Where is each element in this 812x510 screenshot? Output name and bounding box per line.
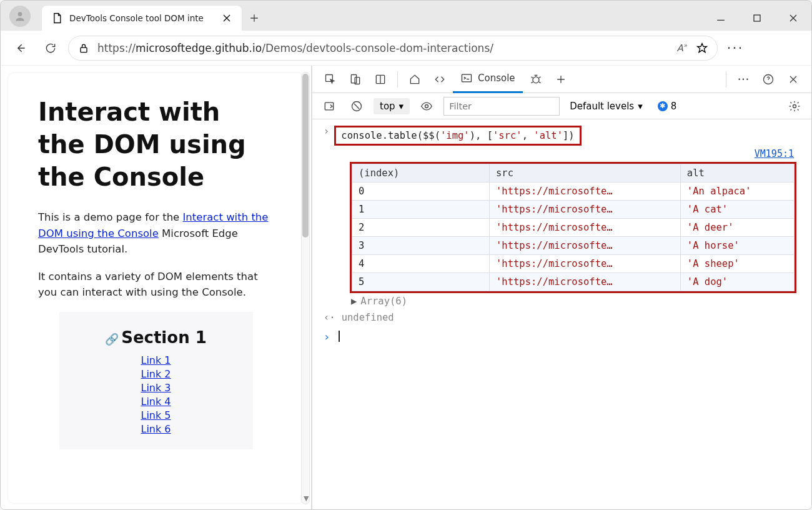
plus-icon [248, 12, 260, 24]
return-value-row: ‹·undefined [312, 308, 811, 327]
tab-welcome[interactable] [403, 68, 427, 91]
console-body[interactable]: › console.table($$('img'), ['src', 'alt'… [312, 119, 811, 351]
dock-button[interactable] [369, 68, 392, 91]
scroll-thumb[interactable] [302, 74, 309, 238]
refresh-button[interactable] [38, 36, 63, 61]
vm-source-link[interactable]: VM195:1 [312, 148, 811, 159]
devtools-panel: Console ··· top▾ Filter Default levels▾ … [312, 66, 811, 510]
url-box[interactable]: https://microsoftedge.github.io/Demos/de… [68, 36, 718, 61]
list-link[interactable]: Link 1 [141, 354, 171, 366]
plus-icon [555, 73, 567, 86]
minimize-icon [715, 12, 727, 24]
read-aloud-icon[interactable]: A» [677, 42, 687, 54]
table-row[interactable]: 2'https://microsofte…'A deer' [352, 219, 795, 237]
refresh-icon [44, 42, 57, 54]
home-icon [408, 73, 421, 86]
list-link[interactable]: Link 5 [141, 409, 171, 421]
prompt-in-icon: › [324, 331, 330, 343]
console-settings-button[interactable] [784, 96, 805, 116]
page-icon [51, 12, 63, 24]
devtools-help-button[interactable] [756, 68, 780, 91]
tab-console[interactable]: Console [453, 66, 523, 93]
arrow-left-icon [14, 42, 27, 54]
array-summary[interactable]: ▶Array(6) [351, 294, 811, 308]
chevron-down-icon: ▾ [638, 101, 643, 112]
console-icon [460, 72, 473, 84]
svg-rect-7 [462, 74, 472, 82]
inspect-icon [324, 73, 337, 86]
page-para-1: This is a demo page for the Interact wit… [38, 209, 274, 258]
log-levels-dropdown[interactable]: Default levels▾ [570, 101, 643, 112]
rendered-page: Interact with the DOM using the Console … [1, 66, 312, 510]
page-scrollbar[interactable]: ▼ [301, 72, 310, 504]
code-icon [433, 73, 446, 86]
section-title: Section 1 [121, 328, 207, 347]
more-menu-button[interactable]: ··· [723, 36, 748, 61]
text-cursor [339, 331, 340, 342]
favorite-icon[interactable] [696, 42, 708, 54]
console-command-highlight: console.table($$('img'), ['src', 'alt']) [334, 126, 581, 146]
prompt-in-icon: › [324, 126, 329, 146]
address-bar: https://microsoftedge.github.io/Demos/de… [1, 31, 811, 66]
devtools-tabbar: Console ··· [312, 66, 811, 93]
table-row[interactable]: 3'https://microsofte…'A horse' [352, 237, 795, 255]
chevron-down-icon: ▾ [399, 101, 404, 112]
tab-add[interactable] [549, 68, 573, 91]
list-link[interactable]: Link 3 [141, 382, 171, 394]
anchor-icon: 🔗 [105, 332, 119, 346]
window-minimize-button[interactable] [703, 6, 739, 31]
list-link[interactable]: Link 4 [141, 396, 171, 408]
table-header[interactable]: src [490, 164, 681, 182]
table-header[interactable]: (index) [352, 164, 490, 182]
svg-rect-1 [754, 15, 760, 21]
svg-point-13 [793, 104, 796, 108]
new-tab-button[interactable] [242, 6, 267, 31]
window-close-button[interactable] [775, 6, 811, 31]
maximize-icon [751, 12, 763, 24]
issues-indicator[interactable]: ✱8 [658, 101, 677, 112]
inspect-button[interactable] [319, 68, 342, 91]
section-card: 🔗Section 1 Link 1 Link 2 Link 3 Link 4 L… [59, 312, 253, 449]
console-toolbar: top▾ Filter Default levels▾ ✱8 [312, 93, 811, 119]
page-para-2: It contains a variety of DOM elements th… [38, 269, 274, 301]
list-link[interactable]: Link 6 [141, 423, 171, 435]
expand-triangle-icon[interactable]: ▶ [351, 296, 357, 307]
table-header[interactable]: alt [680, 164, 794, 182]
table-row[interactable]: 5'https://microsofte…'A dog' [352, 273, 795, 291]
back-button[interactable] [8, 36, 33, 61]
console-input[interactable]: › [312, 327, 811, 347]
devtools-close-button[interactable] [781, 68, 805, 91]
profile-avatar[interactable] [9, 6, 31, 27]
console-filter-input[interactable]: Filter [443, 97, 560, 116]
scroll-down-icon[interactable]: ▼ [304, 494, 309, 502]
window-maximize-button[interactable] [739, 6, 775, 31]
dock-icon [374, 73, 387, 86]
tab-title: DevTools Console tool DOM inte [69, 13, 214, 23]
table-row[interactable]: 1'https://microsofte…'A cat' [352, 201, 795, 219]
browser-tab[interactable]: DevTools Console tool DOM inte [42, 6, 242, 31]
svg-point-8 [533, 76, 539, 82]
clear-console-button[interactable] [346, 96, 367, 116]
devtools-more-button[interactable]: ··· [731, 68, 755, 91]
list-link[interactable]: Link 2 [141, 368, 171, 380]
clear-icon [350, 100, 363, 112]
close-icon [787, 12, 800, 24]
tab-issues[interactable] [524, 68, 548, 91]
help-icon [762, 73, 775, 86]
url-text: https://microsoftedge.github.io/Demos/de… [97, 42, 493, 54]
toggle-sidebar-button[interactable] [319, 96, 340, 116]
lock-icon [77, 42, 90, 54]
live-expression-button[interactable] [416, 96, 437, 116]
bug-icon [530, 73, 542, 86]
device-icon [349, 73, 362, 86]
device-toggle-button[interactable] [344, 68, 367, 91]
table-row[interactable]: 4'https://microsofte…'A sheep' [352, 255, 795, 273]
context-selector[interactable]: top▾ [374, 98, 410, 114]
svg-rect-4 [351, 74, 356, 82]
table-row[interactable]: 0'https://microsofte…'An alpaca' [352, 182, 795, 201]
close-tab-icon[interactable] [220, 12, 233, 24]
person-icon [14, 10, 26, 22]
issues-dot-icon: ✱ [658, 101, 668, 111]
tab-elements[interactable] [428, 68, 452, 91]
console-table: (index) src alt 0'https://microsofte…'An… [352, 164, 795, 291]
